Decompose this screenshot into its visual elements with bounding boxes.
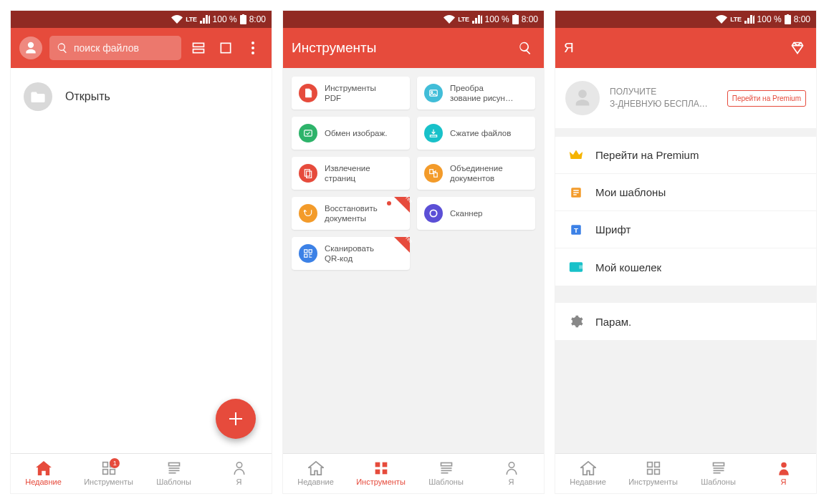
gear-icon — [568, 314, 584, 329]
nav-label: Недавние — [25, 478, 62, 486]
nav-templates[interactable]: Шаблоны — [141, 454, 206, 493]
menu-item-label: Парам. — [595, 316, 631, 328]
menu-item[interactable]: Мой кошелек — [555, 248, 816, 286]
tool-card[interactable]: Сканнер — [417, 197, 535, 230]
svg-rect-44 — [654, 462, 659, 467]
svg-rect-28 — [375, 470, 380, 475]
tool-icon — [299, 164, 317, 183]
signal-icon — [200, 15, 210, 24]
svg-rect-29 — [382, 470, 387, 475]
nav-tools[interactable]: 1 Инструменты — [76, 454, 141, 493]
tool-card[interactable]: Обмен изображ. — [292, 117, 410, 150]
plus-icon — [227, 410, 244, 427]
search-icon — [57, 42, 68, 54]
nav-label: Инструменты — [84, 478, 133, 486]
tool-card[interactable]: ИнструментыPDF — [292, 77, 410, 110]
svg-rect-2 — [221, 43, 230, 52]
svg-point-3 — [251, 42, 254, 44]
wallet-icon — [568, 259, 584, 275]
lte-label: LTE — [730, 16, 741, 23]
nav-me[interactable]: Я — [751, 454, 816, 493]
promo-card: ПОЛУЧИТЕ З-ДНЕВНУЮ БЕСПЛА… Перейти на Pr… — [555, 68, 816, 128]
tool-card[interactable]: Объединениедокументов — [417, 157, 535, 190]
search-input[interactable]: поиск файлов — [49, 36, 181, 60]
nav-tools[interactable]: Инструменты — [348, 454, 413, 493]
avatar-icon[interactable] — [565, 81, 600, 115]
battery-icon — [785, 14, 791, 24]
battery-pct: 100 % — [213, 14, 237, 24]
lte-label: LTE — [186, 16, 196, 23]
battery-icon — [240, 14, 246, 24]
grid-icon — [374, 461, 388, 475]
tool-card[interactable]: Извлечениестраниц — [292, 157, 410, 190]
person-icon — [233, 461, 246, 475]
menu-item-label: Перейти на Premium — [595, 149, 699, 161]
nav-templates[interactable]: Шаблоны — [686, 454, 751, 493]
menu-list: Перейти на PremiumМои шаблоныTШрифтМой к… — [555, 137, 816, 286]
nav-tools[interactable]: Инструменты — [620, 454, 686, 493]
tool-card[interactable]: Преобразование рисун… — [417, 77, 535, 110]
nav-label: Шаблоны — [156, 478, 191, 486]
nav-recent[interactable]: Недавние — [11, 454, 76, 493]
tool-card[interactable]: Восстановитьдокументы — [292, 197, 410, 230]
svg-text:T: T — [574, 226, 578, 233]
nav-label: Шаблоны — [428, 478, 464, 486]
tool-label: СканироватьQR-код — [325, 243, 374, 264]
nav-label: Я — [236, 478, 242, 486]
nav-me[interactable]: Я — [479, 454, 544, 493]
person-icon — [777, 461, 790, 475]
bottom-nav: Недавние Инструменты Шаблоны Я — [283, 453, 544, 493]
search-button[interactable] — [515, 41, 535, 55]
svg-rect-25 — [305, 254, 307, 257]
nav-label: Недавние — [297, 478, 334, 486]
menu-item[interactable]: TШрифт — [555, 211, 816, 248]
tool-icon — [424, 84, 443, 102]
avatar-icon[interactable] — [19, 37, 42, 59]
lte-label: LTE — [458, 16, 469, 23]
tool-card[interactable]: СканироватьQR-код — [292, 237, 410, 270]
menu-item[interactable]: Перейти на Premium — [555, 137, 816, 174]
menu-item-settings[interactable]: Парам. — [555, 303, 816, 340]
tool-label: Объединениедокументов — [450, 163, 503, 184]
screen-me: LTE 100 % 8:00 Я ПОЛУЧИТЕ З-ДНЕВНУЮ БЕСП… — [555, 10, 817, 494]
more-icon[interactable] — [243, 42, 263, 54]
theme-icon[interactable] — [787, 41, 807, 55]
svg-point-14 — [236, 462, 242, 468]
select-toggle-icon[interactable] — [216, 41, 236, 55]
tools-content: ИнструментыPDFПреобразование рисун…Обмен… — [283, 68, 544, 453]
fab-new[interactable] — [216, 399, 256, 439]
tool-icon — [299, 124, 317, 142]
nav-label: Инструменты — [628, 478, 678, 486]
menu-list-2: Парам. — [555, 303, 816, 340]
svg-rect-42 — [579, 266, 583, 269]
nav-me[interactable]: Я — [206, 454, 272, 493]
tool-icon — [424, 204, 443, 223]
layout-toggle-icon[interactable] — [188, 41, 208, 55]
screen-tools: LTE 100 % 8:00 Инструменты ИнструментыPD… — [282, 10, 545, 494]
status-bar: LTE 100 % 8:00 — [283, 11, 544, 28]
clock: 8:00 — [794, 14, 810, 24]
nav-recent[interactable]: Недавние — [283, 454, 348, 493]
svg-point-34 — [509, 462, 514, 468]
menu-item[interactable]: Мои шаблоны — [555, 174, 816, 211]
svg-rect-20 — [430, 170, 433, 174]
recent-content: Открыть — [11, 68, 272, 453]
svg-rect-47 — [713, 463, 724, 466]
premium-button[interactable]: Перейти на Premium — [727, 90, 806, 107]
wifi-icon — [444, 15, 455, 24]
open-label: Открыть — [65, 90, 110, 103]
screen-recent: LTE 100 % 8:00 поиск файлов Открыть — [10, 10, 272, 494]
signal-icon — [744, 15, 754, 24]
wifi-icon — [171, 15, 183, 24]
status-bar: LTE 100 % 8:00 — [555, 11, 816, 28]
templates-icon — [167, 461, 181, 475]
svg-rect-43 — [647, 462, 652, 467]
nav-templates[interactable]: Шаблоны — [413, 454, 479, 493]
open-folder-row[interactable]: Открыть — [11, 68, 272, 125]
nav-label: Недавние — [570, 478, 606, 486]
svg-rect-1 — [193, 49, 204, 53]
toolbar-recent: поиск файлов — [11, 28, 272, 68]
svg-rect-10 — [168, 463, 179, 466]
tool-card[interactable]: Сжатие файлов — [417, 117, 535, 150]
nav-recent[interactable]: Недавние — [555, 454, 620, 493]
